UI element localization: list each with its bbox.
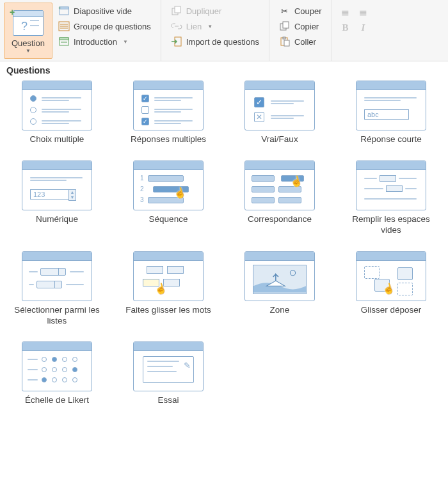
type-label: Glisser déposer bbox=[361, 305, 422, 316]
type-label: Échelle de Likert bbox=[25, 395, 89, 406]
sequence-icon: 1 2 3 ☝ bbox=[133, 161, 204, 210]
import-label: Import de questions bbox=[186, 37, 259, 47]
type-label: Sélectionner parmi les listes bbox=[9, 305, 105, 327]
type-multiple-choice[interactable]: Choix multiple bbox=[9, 81, 105, 145]
duplicate-label: Dupliquer bbox=[186, 6, 222, 16]
numbering-icon: ≣ bbox=[356, 6, 371, 18]
ribbon-group-clipboard: ✂ Couper Copier Coller bbox=[269, 0, 332, 61]
drag-words-icon: ☝ bbox=[133, 251, 204, 301]
ribbon-slide-commands: + Diapositive vide Groupe de questions I… bbox=[52, 3, 157, 50]
scissors-icon: ✂ bbox=[279, 6, 291, 16]
essay-icon: ✎ bbox=[133, 341, 204, 391]
type-sequence[interactable]: 1 2 3 ☝ Séquence bbox=[120, 161, 216, 236]
type-label: Réponses multiples bbox=[131, 134, 206, 145]
svg-rect-16 bbox=[283, 37, 285, 39]
import-questions-button[interactable]: Import de questions bbox=[168, 35, 262, 49]
multiple-choice-icon bbox=[22, 81, 92, 130]
type-hotspot[interactable]: Zone bbox=[232, 251, 328, 327]
type-label: Séquence bbox=[149, 214, 188, 225]
svg-text:+: + bbox=[58, 6, 61, 11]
abc-placeholder: abc bbox=[364, 109, 409, 120]
paste-button[interactable]: Coller bbox=[276, 35, 325, 49]
svg-point-18 bbox=[290, 270, 295, 275]
duplicate-button: Dupliquer bbox=[168, 4, 262, 18]
svg-rect-14 bbox=[283, 22, 289, 28]
likert-icon bbox=[22, 341, 92, 391]
type-select-lists[interactable]: Sélectionner parmi les listes bbox=[9, 251, 105, 327]
intro-icon bbox=[58, 36, 70, 47]
type-label: Zone bbox=[270, 305, 290, 316]
italic-icon: I bbox=[356, 22, 371, 33]
select-lists-icon bbox=[22, 251, 92, 301]
link-icon bbox=[171, 21, 182, 31]
type-label: Faites glisser les mots bbox=[125, 305, 211, 316]
true-false-icon: ✓ ✕ bbox=[244, 81, 315, 130]
type-label: Réponse courte bbox=[360, 134, 421, 145]
type-numeric[interactable]: 123 ▲▼ Numérique bbox=[9, 161, 105, 236]
svg-rect-8 bbox=[60, 38, 68, 40]
hand-cursor-icon: ☝ bbox=[381, 281, 396, 296]
introduction-button[interactable]: Introduction ▼ bbox=[55, 35, 154, 49]
type-multiple-answer[interactable]: ✓ ✓ Réponses multiples bbox=[120, 81, 216, 145]
question-button[interactable]: + ? Question ▼ bbox=[4, 3, 52, 59]
cut-button[interactable]: ✂ Couper bbox=[276, 4, 325, 18]
matching-icon: ☝ bbox=[244, 161, 315, 210]
type-label: Choix multiple bbox=[30, 134, 84, 145]
empty-slide-button[interactable]: + Diapositive vide bbox=[55, 4, 154, 18]
copy-icon bbox=[279, 21, 291, 31]
duplicate-icon bbox=[171, 6, 182, 16]
chevron-down-icon: ▼ bbox=[123, 39, 128, 45]
type-drag-drop[interactable]: ☝ Glisser déposer bbox=[343, 251, 439, 327]
copy-button[interactable]: Copier bbox=[276, 19, 325, 33]
type-fill-blanks[interactable]: Remplir les espaces vides bbox=[343, 161, 439, 236]
type-label: Remplir les espaces vides bbox=[343, 214, 439, 236]
multiple-answer-icon: ✓ ✓ bbox=[133, 81, 204, 130]
question-group-button[interactable]: Groupe de questions bbox=[55, 19, 154, 33]
introduction-label: Introduction bbox=[74, 37, 117, 47]
svg-rect-11 bbox=[175, 6, 180, 13]
ribbon-group-question: + ? Question ▼ + Diapositive vide Groupe… bbox=[0, 0, 161, 61]
type-true-false[interactable]: ✓ ✕ Vrai/Faux bbox=[232, 81, 328, 145]
type-label: Correspondance bbox=[248, 214, 312, 225]
group-icon bbox=[58, 21, 70, 31]
import-icon bbox=[171, 36, 182, 47]
type-drag-words[interactable]: ☝ Faites glisser les mots bbox=[120, 251, 216, 327]
slide-plus-icon: + bbox=[58, 6, 70, 16]
chevron-down-icon: ▼ bbox=[26, 48, 31, 54]
ribbon: + ? Question ▼ + Diapositive vide Groupe… bbox=[0, 0, 448, 61]
paste-icon bbox=[279, 36, 291, 47]
paste-label: Coller bbox=[294, 37, 316, 47]
link-label: Lien bbox=[186, 22, 202, 31]
type-matching[interactable]: ☝ Correspondance bbox=[232, 161, 328, 236]
empty-slide-label: Diapositive vide bbox=[74, 6, 132, 16]
question-slide-icon: + ? bbox=[13, 10, 44, 36]
cut-label: Couper bbox=[294, 6, 322, 16]
link-button: Lien ▼ bbox=[168, 19, 262, 33]
hotspot-icon bbox=[244, 251, 315, 301]
bold-icon: B bbox=[339, 22, 353, 33]
type-short-answer[interactable]: abc Réponse courte bbox=[343, 81, 439, 145]
ribbon-group-format: ≣ ≣ B I bbox=[332, 0, 378, 61]
fill-blanks-icon bbox=[356, 161, 426, 210]
drag-drop-icon: ☝ bbox=[356, 251, 426, 301]
question-group-label: Groupe de questions bbox=[74, 22, 151, 31]
type-likert[interactable]: Échelle de Likert bbox=[9, 341, 105, 406]
question-types-grid: Choix multiple ✓ ✓ Réponses multiples ✓ … bbox=[0, 81, 448, 415]
numeric-icon: 123 ▲▼ bbox=[22, 161, 92, 210]
bullets-icon: ≣ bbox=[339, 6, 353, 18]
type-label: Essai bbox=[157, 395, 179, 406]
type-essay[interactable]: ✎ Essai bbox=[120, 341, 216, 406]
123-placeholder: 123 bbox=[30, 189, 71, 200]
chevron-down-icon: ▼ bbox=[207, 24, 212, 29]
type-label: Vrai/Faux bbox=[261, 134, 298, 145]
ribbon-group-edit: Dupliquer Lien ▼ Import de questions bbox=[161, 0, 269, 61]
copy-label: Copier bbox=[294, 22, 319, 31]
type-label: Numérique bbox=[36, 214, 78, 225]
question-button-label: Question bbox=[12, 38, 45, 48]
panel-title: Questions bbox=[0, 61, 448, 81]
short-answer-icon: abc bbox=[356, 81, 426, 130]
svg-rect-17 bbox=[284, 40, 289, 46]
